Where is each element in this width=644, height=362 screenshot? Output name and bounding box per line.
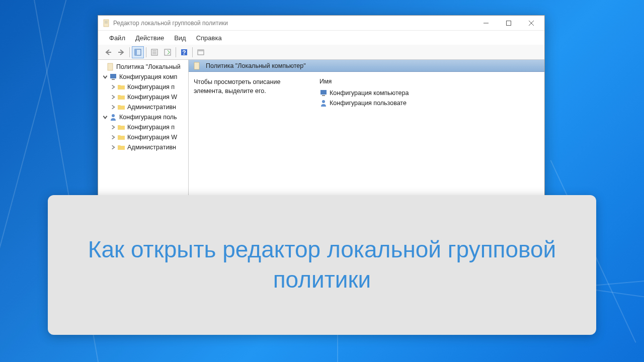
tree-software1[interactable]: Конфигурация п [98, 82, 188, 92]
tree-label: Конфигурация п [127, 124, 175, 131]
tree-label: Конфигурация W [127, 94, 177, 101]
toolbar: ? [98, 45, 544, 60]
menubar: Файл Действие Вид Справка [98, 31, 544, 45]
chevron-right-icon[interactable] [110, 134, 116, 140]
svg-rect-24 [320, 90, 327, 95]
tree-software2[interactable]: Конфигурация п [98, 122, 188, 132]
user-icon [109, 113, 117, 121]
user-icon [319, 99, 328, 107]
window-controls [474, 16, 542, 30]
doc-icon [106, 63, 114, 71]
caption-text: Как открыть редактор локальной групповой… [68, 235, 576, 295]
detail-header-title: Политика "Локальный компьютер" [206, 62, 306, 69]
menu-help[interactable]: Справка [191, 32, 227, 44]
svg-rect-21 [112, 79, 115, 80]
tree-label: Конфигурация п [127, 83, 175, 90]
toolbar-export-button[interactable] [162, 46, 174, 58]
folder-icon [117, 123, 125, 131]
computer-icon [109, 73, 117, 81]
app-icon [102, 19, 110, 27]
computer-icon [319, 89, 328, 97]
minimize-button[interactable] [474, 16, 497, 30]
toolbar-properties-button[interactable] [148, 46, 160, 58]
svg-text:?: ? [182, 49, 186, 56]
detail-header: Политика "Локальный компьютер" [189, 60, 544, 72]
tree-label: Конфигурация поль [119, 114, 177, 121]
svg-rect-9 [135, 49, 137, 55]
maximize-button[interactable] [497, 16, 520, 30]
svg-rect-5 [506, 21, 511, 25]
list-item-user[interactable]: Конфигурация пользовате [319, 98, 539, 108]
column-header-name[interactable]: Имя [319, 78, 539, 88]
svg-rect-18 [198, 50, 204, 51]
doc-icon [193, 62, 201, 70]
tree-windows1[interactable]: Конфигурация W [98, 92, 188, 102]
close-button[interactable] [520, 16, 542, 30]
tree-root-label: Политика "Локальный [116, 63, 181, 70]
toolbar-pane-button[interactable] [132, 46, 144, 58]
tree-label: Административн [127, 144, 176, 151]
menu-action[interactable]: Действие [130, 32, 169, 44]
chevron-right-icon[interactable] [110, 124, 116, 130]
titlebar[interactable]: Редактор локальной групповой политики [98, 16, 544, 31]
chevron-right-icon[interactable] [110, 94, 116, 100]
svg-point-26 [322, 100, 325, 103]
tree-computer-config[interactable]: Конфигурация комп [98, 72, 188, 82]
tree-label: Административн [127, 104, 176, 111]
svg-rect-25 [322, 95, 325, 96]
chevron-right-icon[interactable] [110, 144, 116, 150]
back-button[interactable] [102, 46, 114, 58]
tree-label: Конфигурация W [127, 134, 177, 141]
folder-icon [117, 143, 125, 151]
svg-rect-19 [108, 63, 113, 70]
tree-label: Конфигурация комп [119, 73, 177, 80]
chevron-right-icon[interactable] [110, 104, 116, 110]
help-button[interactable]: ? [178, 46, 190, 58]
tree-admin2[interactable]: Административн [98, 142, 188, 152]
folder-icon [117, 83, 125, 91]
caption-card: Как открыть редактор локальной групповой… [48, 195, 596, 335]
svg-rect-20 [110, 74, 116, 78]
tree-admin1[interactable]: Административн [98, 102, 188, 112]
tree-windows2[interactable]: Конфигурация W [98, 132, 188, 142]
toolbar-filter-button[interactable] [195, 46, 207, 58]
list-item-label: Конфигурация пользовате [330, 100, 407, 107]
chevron-down-icon[interactable] [102, 74, 108, 80]
menu-file[interactable]: Файл [104, 32, 130, 44]
menu-view[interactable]: Вид [169, 32, 191, 44]
tree-user-config[interactable]: Конфигурация поль [98, 112, 188, 122]
tree-root[interactable]: Политика "Локальный [98, 62, 188, 72]
list-item-computer[interactable]: Конфигурация компьютера [319, 88, 539, 98]
svg-point-22 [112, 114, 115, 117]
folder-icon [117, 133, 125, 141]
folder-icon [117, 103, 125, 111]
window-title: Редактор локальной групповой политики [113, 20, 474, 27]
chevron-right-icon[interactable] [110, 84, 116, 90]
list-item-label: Конфигурация компьютера [330, 89, 409, 97]
svg-rect-23 [194, 62, 199, 69]
forward-button[interactable] [115, 46, 127, 58]
chevron-down-icon[interactable] [102, 114, 108, 120]
folder-icon [117, 93, 125, 101]
